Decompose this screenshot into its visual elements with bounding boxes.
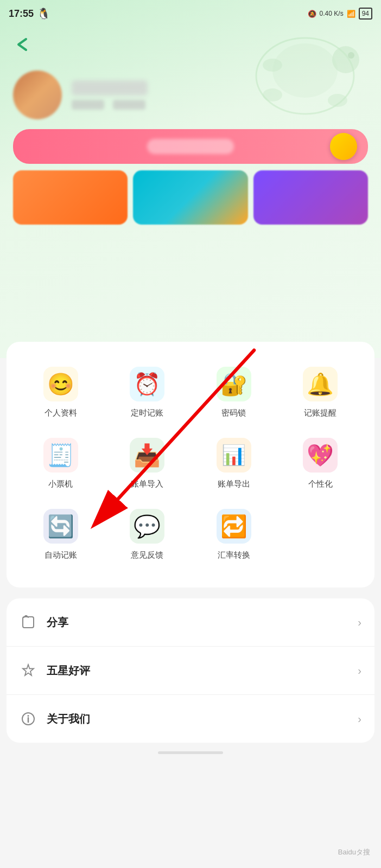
svg-point-3 (348, 52, 354, 59)
menu-item-receipt[interactable]: 🧾 小票机 (17, 429, 104, 500)
battery-indicator: 94 (359, 8, 372, 20)
menu-item-import[interactable]: 📥 账单导入 (104, 429, 191, 500)
share-chevron: › (358, 616, 361, 629)
rate-label: 五星好评 (47, 663, 358, 678)
svg-point-2 (332, 46, 359, 73)
qq-icon: 🐧 (37, 7, 50, 20)
profile-section (13, 71, 368, 225)
profile-name-area (72, 80, 148, 110)
action-button-label (147, 139, 234, 154)
action-button-icon (330, 133, 357, 160)
battery-level: 94 (362, 10, 369, 17)
about-chevron: › (358, 713, 361, 725)
menu-label-timer: 定时记账 (131, 408, 163, 418)
menu-label-personalize: 个性化 (308, 479, 333, 489)
header-area: 17:55 🐧 🔕 0.40 K/s 📶 94 (0, 0, 381, 358)
menu-grid: 😊 个人资料 ⏰ 定时记账 🔐 密码锁 🔔 记账提醒 (17, 358, 364, 571)
star-icon (20, 662, 37, 679)
avatar (13, 71, 62, 119)
scroll-indicator (158, 751, 223, 754)
card-teal[interactable] (133, 170, 247, 225)
menu-item-exchange[interactable]: 🔁 汇率转换 (190, 500, 277, 571)
stat-1 (72, 100, 104, 110)
status-bar: 17:55 🐧 🔕 0.40 K/s 📶 94 (0, 0, 381, 27)
auto-icon: 🔄 (43, 509, 78, 544)
reminder-icon: 🔔 (303, 367, 338, 401)
menu-label-feedback: 意见反馈 (131, 550, 163, 560)
menu-item-timer[interactable]: ⏰ 定时记账 (104, 358, 191, 429)
main-menu-card: 😊 个人资料 ⏰ 定时记账 🔐 密码锁 🔔 记账提醒 (7, 342, 374, 588)
menu-item-profile[interactable]: 😊 个人资料 (17, 358, 104, 429)
list-item-share[interactable]: 分享 › (7, 598, 374, 647)
card-orange[interactable] (13, 170, 128, 225)
svg-point-4 (263, 59, 282, 72)
export-icon: 📊 (217, 438, 251, 473)
time-text: 17:55 (9, 8, 34, 20)
menu-item-lock[interactable]: 🔐 密码锁 (190, 358, 277, 429)
menu-item-export[interactable]: 📊 账单导出 (190, 429, 277, 500)
share-label: 分享 (47, 615, 358, 630)
back-button[interactable] (11, 33, 35, 56)
card-purple[interactable] (253, 170, 368, 225)
network-speed: 0.40 K/s (320, 10, 344, 17)
stat-2 (113, 100, 145, 110)
watermark: Baiduタ搜 (338, 847, 370, 857)
wifi-icon: 📶 (347, 10, 355, 18)
profile-row (13, 71, 368, 119)
status-icons: 🔕 0.40 K/s 📶 94 (308, 8, 372, 20)
timer-icon: ⏰ (130, 367, 164, 401)
list-section: 分享 › 五星好评 › 关于我们 › (7, 598, 374, 743)
profile-icon: 😊 (43, 367, 78, 401)
menu-item-reminder[interactable]: 🔔 记账提醒 (277, 358, 364, 429)
menu-label-export: 账单导出 (218, 479, 250, 489)
share-icon (20, 614, 37, 631)
menu-label-auto: 自动记账 (45, 550, 77, 560)
menu-label-lock: 密码锁 (221, 408, 246, 418)
empty-cell (277, 500, 364, 571)
menu-label-receipt: 小票机 (48, 479, 73, 489)
lock-icon: 🔐 (217, 367, 251, 401)
menu-item-personalize[interactable]: 💖 个性化 (277, 429, 364, 500)
menu-item-feedback[interactable]: 💬 意见反馈 (104, 500, 191, 571)
svg-rect-9 (23, 617, 34, 628)
watermark-text: Baiduタ搜 (338, 848, 370, 856)
menu-label-reminder: 记账提醒 (304, 408, 336, 418)
menu-item-auto[interactable]: 🔄 自动记账 (17, 500, 104, 571)
info-icon (20, 710, 37, 727)
status-time: 17:55 🐧 (9, 7, 50, 20)
receipt-icon: 🧾 (43, 438, 78, 473)
bell-mute-icon: 🔕 (308, 10, 316, 18)
about-label: 关于我们 (47, 712, 358, 726)
list-item-about[interactable]: 关于我们 › (7, 695, 374, 743)
import-icon: 📥 (130, 438, 164, 473)
profile-name (72, 80, 148, 95)
menu-label-exchange: 汇率转换 (218, 550, 250, 560)
personalize-icon: 💖 (303, 438, 338, 473)
menu-label-profile: 个人资料 (45, 408, 77, 418)
rate-chevron: › (358, 665, 361, 677)
profile-stats (72, 100, 148, 110)
exchange-icon: 🔁 (217, 509, 251, 544)
back-arrow-icon (15, 37, 30, 52)
action-button-row[interactable] (13, 129, 368, 164)
cards-row (13, 170, 368, 225)
feedback-icon: 💬 (130, 509, 164, 544)
menu-label-import: 账单导入 (131, 479, 163, 489)
list-item-rate[interactable]: 五星好评 › (7, 647, 374, 695)
svg-point-12 (28, 715, 29, 717)
